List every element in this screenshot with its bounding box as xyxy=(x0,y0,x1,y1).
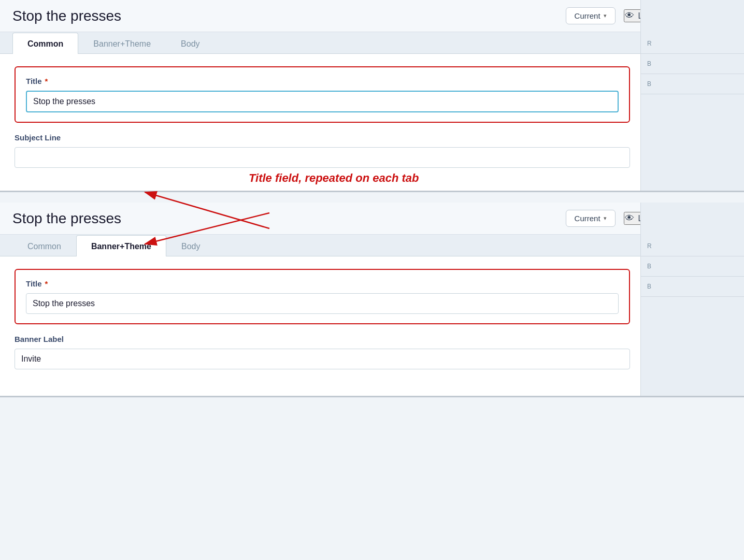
banner-label-input-2[interactable] xyxy=(15,349,630,369)
tab-common-1[interactable]: Common xyxy=(12,33,78,54)
version-label-2: Current xyxy=(575,214,600,223)
sidebar-item-r: R xyxy=(641,34,744,54)
version-dropdown-2[interactable]: Current ▾ xyxy=(566,210,616,227)
eye-icon-2: 👁 xyxy=(625,213,634,224)
tab-body-1[interactable]: Body xyxy=(166,33,214,54)
tabs-bar-1: Common Banner+Theme Body xyxy=(0,32,744,53)
title-label-2: Title * xyxy=(26,279,619,288)
required-star-1: * xyxy=(45,77,48,85)
sidebar-item-b1: B xyxy=(641,54,744,74)
content-area-2: Title * Banner Label xyxy=(0,256,744,396)
title-label-1: Title * xyxy=(26,77,619,85)
svg-line-1 xyxy=(145,192,269,228)
eye-icon-1: 👁 xyxy=(625,10,634,21)
chevron-down-icon-2: ▾ xyxy=(604,215,607,222)
header-1: Stop the presses Current ▾ 👁 Live Previe… xyxy=(0,0,744,32)
banner-label-section-2: Banner Label xyxy=(15,335,630,369)
sidebar2-item-b1: B xyxy=(641,256,744,277)
tab-banner-theme-1[interactable]: Banner+Theme xyxy=(78,33,166,54)
title-field-section-1: Title * xyxy=(15,66,630,123)
right-sidebar-2: R B B xyxy=(640,236,744,396)
title-input-2[interactable] xyxy=(26,293,619,314)
page-title-1: Stop the presses xyxy=(12,8,557,24)
version-label-1: Current xyxy=(575,11,600,20)
chevron-down-icon-1: ▾ xyxy=(604,12,607,19)
title-input-1[interactable] xyxy=(26,91,619,112)
sidebar-item-b2: B xyxy=(641,74,744,94)
required-star-2: * xyxy=(45,279,48,288)
sidebar2-item-b2: B xyxy=(641,277,744,297)
banner-label-label: Banner Label xyxy=(15,335,630,343)
annotation-arrow-svg xyxy=(0,161,466,265)
version-dropdown-1[interactable]: Current ▾ xyxy=(566,7,616,24)
sidebar2-item-r: R xyxy=(641,236,744,256)
title-field-section-2: Title * xyxy=(15,269,630,324)
subject-line-label-1: Subject Line xyxy=(15,133,630,142)
right-sidebar-1: R B B xyxy=(640,34,744,191)
